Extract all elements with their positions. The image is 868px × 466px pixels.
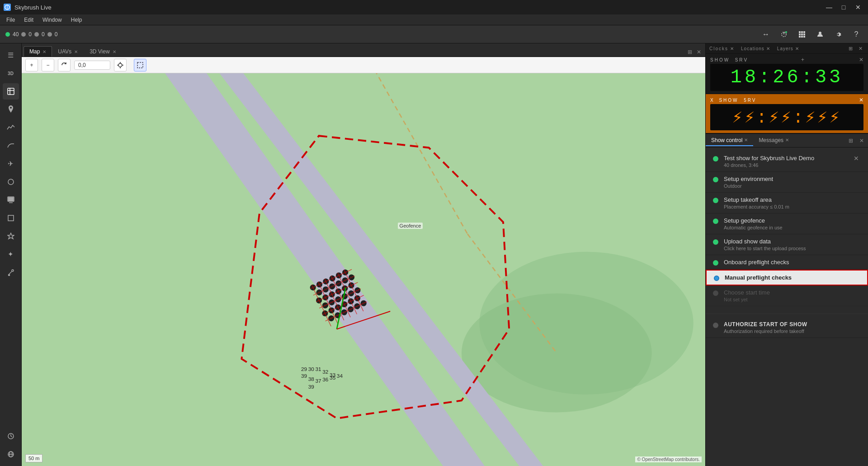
show-item-dot-2 [713,177,718,182]
clock2-header: X SHOW 5RV ✕ [710,97,863,103]
locations-close[interactable]: ✕ [766,46,770,51]
clock-panel-maximize[interactable]: ⊞ [846,44,854,52]
sidebar-square-icon[interactable] [3,210,19,226]
messages-tab-close[interactable]: ✕ [785,138,789,143]
locate-button[interactable] [114,59,127,71]
svg-point-51 [315,289,323,296]
svg-point-68 [354,286,361,294]
show-item-geofence[interactable]: Setup geofence Automatic geofence in use [706,214,868,234]
menu-help[interactable]: Help [66,16,87,24]
show-item-test-show[interactable]: Test show for Skybrush Live Demo 40 dron… [706,151,868,172]
tab-uavs-close[interactable]: ✕ [74,49,78,54]
show-item-upload[interactable]: Upload show data Click here to start the… [706,234,868,255]
svg-text:39: 39 [301,373,307,379]
svg-point-38 [479,252,693,395]
show-item-authorize[interactable]: AUTHORIZE START OF SHOW Authorization re… [706,314,868,338]
maximize-button[interactable]: □ [837,1,850,14]
menu-window[interactable]: Window [38,16,66,24]
clock2-display: ⚡⚡:⚡⚡:⚡⚡⚡ [710,104,863,130]
sidebar-3d-icon[interactable]: 3D [3,65,19,81]
svg-line-93 [337,287,346,329]
tab-map[interactable]: Map ✕ [24,46,52,57]
main-layout: ☰ 3D ✈ [0,43,868,466]
show-item-dot-6 [713,260,718,266]
zoom-in-button[interactable]: + [25,59,38,71]
user-icon[interactable] [814,28,826,41]
clock1-close[interactable]: ✕ [859,57,863,63]
panel-window-controls: ⊞ ✕ [846,136,868,145]
sidebar-brush-icon[interactable] [3,264,19,281]
close-button[interactable]: ✕ [852,1,864,14]
zoom-out-button[interactable]: − [42,59,54,71]
sidebar-flight-icon[interactable]: ✈ [3,156,19,172]
svg-point-70 [327,306,335,314]
show-item-onboard-preflight[interactable]: Onboard preflight checks [706,255,868,270]
panel-close-icon[interactable]: ✕ [857,136,866,145]
sidebar-path-icon[interactable] [3,138,19,154]
show-item-start-time[interactable]: Choose start time Not set yet [706,285,868,306]
clock1-add[interactable]: + [801,57,804,63]
connection-icon[interactable]: ↔ [760,28,772,41]
menu-file[interactable]: File [2,16,19,24]
map-close-icon[interactable]: ✕ [694,48,703,57]
clocks-close[interactable]: ✕ [730,46,734,51]
sidebar-circle-icon[interactable] [3,174,19,190]
show-control-tab-close[interactable]: ✕ [744,138,748,143]
show-item-takeoff[interactable]: Setup takeoff area Placement accuracy ≤ … [706,193,868,214]
tab-uavs[interactable]: UAVs ✕ [52,46,84,57]
map-maximize-icon[interactable]: ⊞ [685,48,694,57]
svg-point-67 [347,290,355,297]
menu-edit[interactable]: Edit [19,16,38,24]
authorize-content: AUTHORIZE START OF SHOW Authorization re… [724,321,861,334]
layers-close[interactable]: ✕ [795,46,799,51]
tab-map-close[interactable]: ✕ [42,49,46,54]
svg-rect-5 [799,31,801,33]
settings-icon[interactable] [832,28,844,41]
help-icon[interactable]: ? [850,28,863,41]
show-item-manual-preflight[interactable]: Manual preflight checks [706,270,868,285]
sidebar-location-icon[interactable] [3,101,19,118]
svg-text:37: 37 [316,378,321,384]
sidebar-star-icon[interactable] [3,228,19,244]
grid-icon[interactable] [796,28,808,41]
show-item-subtitle-5: Click here to start the upload process [724,246,861,251]
sidebar-plugin-icon[interactable]: ✦ [3,246,19,262]
show-item-close-1[interactable]: ✕ [852,155,861,162]
svg-rect-12 [801,36,803,38]
sidebar-globe-icon[interactable] [3,446,19,462]
svg-point-75 [327,314,335,322]
uav-gray-count-3: 0 [55,31,58,38]
map-view[interactable]: 293031 3233 393837 363534 39 Geofence 50… [22,73,705,466]
show-item-title-4: Setup geofence [724,217,861,224]
svg-line-89 [325,279,344,320]
sidebar-layers-icon[interactable] [3,83,19,100]
svg-text:30: 30 [308,366,315,372]
power-icon[interactable] [778,28,790,41]
show-control-panel: Test show for Skybrush Live Demo 40 dron… [706,147,868,466]
show-item-content-7: Manual preflight checks [725,274,860,281]
svg-rect-7 [803,31,805,33]
clock1-display: 18:26:33 [710,64,863,91]
clocks-label: Clocks [709,46,728,51]
clock2-close[interactable]: ✕ [859,97,863,103]
sidebar-menu-icon[interactable]: ☰ [3,47,19,63]
panel-expand-icon[interactable]: ⊞ [846,136,855,145]
sidebar-message-icon[interactable] [3,192,19,208]
svg-marker-22 [8,233,14,239]
sidebar-clock-icon[interactable] [3,428,19,444]
minimize-button[interactable]: — [823,1,835,14]
svg-line-91 [338,273,357,314]
tab-3dview-close[interactable]: ✕ [113,49,116,54]
show-item-setup-env[interactable]: Setup environment Outdoor [706,172,868,193]
select-tool-button[interactable] [134,59,146,71]
tab-3dview[interactable]: 3D View ✕ [84,46,122,57]
svg-marker-40 [152,73,497,466]
geofence-label: Geofence [398,223,423,229]
sidebar-chart-icon[interactable] [3,119,19,136]
authorize-subtitle: Authorization required before takeoff [724,328,861,334]
coordinate-input[interactable] [74,61,110,70]
tab-messages[interactable]: Messages ✕ [753,135,794,146]
clock-panel-close[interactable]: ✕ [856,44,864,52]
reset-rotation-button[interactable] [58,59,71,71]
tab-show-control[interactable]: Show control ✕ [706,135,753,146]
